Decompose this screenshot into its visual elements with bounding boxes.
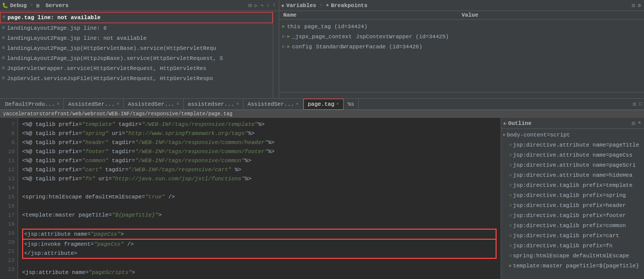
variables-panel: ◆ Variables × ● Breakpoints ⊡ ⚙ Name Val…: [279, 0, 644, 98]
var-arrow-0[interactable]: ▶: [282, 22, 285, 31]
debug-item-0[interactable]: ≡ page.tag line: not available: [0, 12, 273, 23]
var-arrow-2[interactable]: ▶: [287, 42, 290, 51]
outline-item-9[interactable]: ◇ jsp:directive.taglib prefix=common: [501, 221, 644, 231]
bullet-2: ≡: [2, 34, 5, 43]
outline-arrow-4: ◇: [509, 171, 512, 180]
bullet-3: ≡: [2, 44, 5, 53]
code-line-14: [22, 183, 497, 192]
editor-max-icon[interactable]: □: [638, 101, 643, 108]
var-settings-icon[interactable]: ⚙: [637, 2, 642, 9]
tab-5-active[interactable]: page.tag ×: [303, 99, 344, 110]
debug-scrollbar[interactable]: [273, 11, 279, 98]
step-over-icon[interactable]: ↷: [260, 2, 265, 9]
tab-1-label: AssistedSer...: [68, 101, 114, 107]
tab-1[interactable]: AssistedSer... ×: [64, 99, 124, 110]
outline-arrow-12: ◇: [509, 251, 512, 260]
expand-icon[interactable]: ▷: [254, 2, 259, 9]
var-row-1[interactable]: ▷ ▶ _jspx_page_context JspContextWrapper…: [281, 32, 642, 42]
var-indent-2: ▷: [282, 42, 285, 51]
line-num-13: 13: [0, 174, 15, 183]
outline-item-3[interactable]: ◇ jsp:directive.attribute name=pageScri: [501, 160, 644, 170]
debug-item-2[interactable]: ≡ landingLayout2Page.jsp line: not avail…: [0, 33, 273, 43]
variables-content: ▶ this page_tag (id=34424) ▷ ▶ _jspx_pag…: [279, 20, 644, 92]
debug-item-4[interactable]: ≡ landingLayout2Page_jsp(HttpJspBase).se…: [0, 53, 273, 63]
tab-6[interactable]: %s: [344, 99, 359, 110]
outline-item-12[interactable]: ◇ spring:htmlEscape defaultHtmlEscape: [501, 251, 644, 261]
outline-item-11[interactable]: ◇ jsp:directive.taglib prefix=fn: [501, 241, 644, 251]
minimize-icon[interactable]: ⊟: [248, 2, 253, 9]
code-line-10: <%@ taglib prefix="footer" tagdir="/WEB-…: [22, 147, 497, 156]
variables-panel-header: ◆ Variables × ● Breakpoints ⊡ ⚙: [279, 0, 644, 11]
outline-arrow-11: ◇: [509, 241, 512, 250]
var-row-2[interactable]: ▷ ▶ config StandardWrapperFacade (id=344…: [281, 42, 642, 52]
variables-header: Name Value: [279, 11, 644, 20]
debug-item-text-6: JspServlet.serviceJspFile(HttpServletReq…: [7, 74, 213, 83]
debug-panel: 🐛 Debug × ▦ Servers ⊟ ▷ ↷ ↓ ↑ ≡ pa: [0, 0, 279, 98]
var-restore-icon[interactable]: ⊡: [631, 2, 636, 9]
debug-item-text-5: JspServletWrapper.service(HttpServletReq…: [7, 64, 206, 73]
var-name-0: this: [287, 22, 300, 31]
outline-arrow-6: ◇: [509, 191, 512, 200]
tab-2[interactable]: AssistedSer... ×: [124, 99, 184, 110]
tab-4[interactable]: AssistedSer... ×: [244, 99, 303, 110]
debug-title: Debug: [10, 3, 27, 9]
outline-arrow-2: ◇: [509, 151, 512, 160]
tab-2-label: AssistedSer...: [128, 101, 174, 107]
debug-item-6[interactable]: ≡ JspServlet.serviceJspFile(HttpServletR…: [0, 74, 273, 84]
step-out-icon[interactable]: ↑: [272, 2, 277, 9]
tab-5-close[interactable]: ×: [337, 102, 339, 107]
debug-item-text-3: landingLayout2Page_jsp(HttpServletBase).…: [7, 44, 216, 53]
tab-0[interactable]: DefaultProdu... ×: [1, 99, 64, 110]
outline-item-13[interactable]: ▶ template:master pageTitle=${pageTitle}: [501, 261, 644, 271]
outline-item-7[interactable]: ◇ jsp:directive.taglib prefix=header: [501, 200, 644, 211]
outline-item-10[interactable]: ◇ jsp:directive.taglib prefix=cart: [501, 231, 644, 241]
outline-arrow-1: ◇: [509, 141, 512, 150]
outline-arrow-5: ◇: [509, 181, 512, 190]
outline-item-6[interactable]: ◇ jsp:directive.taglib prefix=spring: [501, 190, 644, 200]
outline-close-icon[interactable]: ×: [637, 120, 642, 127]
outline-arrow-3: ◇: [509, 161, 512, 170]
debug-item-3[interactable]: ≡ landingLayout2Page_jsp(HttpServletBase…: [0, 43, 273, 53]
outline-item-2[interactable]: ◇ jsp:directive.attribute name=pageCss: [501, 150, 644, 160]
outline-text-13: template:master pageTitle=${pageTitle}: [513, 261, 639, 270]
tab-1-close[interactable]: ×: [117, 102, 119, 107]
outline-item-5[interactable]: ◇ jsp:directive.taglib prefix=template: [501, 180, 644, 190]
var-arrow-1[interactable]: ▶: [287, 32, 290, 41]
debug-item-1[interactable]: ≡ landingLayout2Page.jsp line: 6: [0, 23, 273, 33]
tab-2-close[interactable]: ×: [177, 102, 179, 107]
tab-0-close[interactable]: ×: [57, 102, 59, 107]
variables-hscroll[interactable]: [279, 92, 644, 98]
outline-item-4[interactable]: ◇ jsp:directive.attribute name=hideHea: [501, 170, 644, 180]
outline-item-1[interactable]: ◇ jsp:directive.attribute name=pageTitle: [501, 140, 644, 150]
outline-item-8[interactable]: ◇ jsp:directive.taglib prefix=footer: [501, 211, 644, 221]
tab-3-label: assistedser...: [188, 101, 234, 107]
variables-icon: ◆: [281, 3, 284, 9]
outline-restore-icon[interactable]: ⊡: [631, 120, 636, 127]
var-value-0: page_tag (id=34424): [304, 22, 367, 31]
code-line-16: [22, 201, 497, 211]
outline-item-0[interactable]: ▶ body-content=script: [501, 130, 644, 140]
tab-3-close[interactable]: ×: [236, 102, 239, 107]
editor-restore-icon[interactable]: ⊡: [632, 101, 637, 108]
step-into-icon[interactable]: ↓: [266, 2, 271, 9]
outline-text-10: jsp:directive.taglib prefix=cart: [513, 231, 619, 240]
debug-item-text-1: landingLayout2Page.jsp line: 6: [7, 24, 107, 33]
code-editor[interactable]: <%@ taglib prefix="template" tagdir="/WE…: [18, 118, 501, 279]
code-line-7: <%@ taglib prefix="template" tagdir="/WE…: [22, 120, 497, 129]
outline-items: ▶ body-content=script ◇ jsp:directive.at…: [501, 129, 644, 279]
editor-area: 7 8 9 10 11 12 13 14 15 16 17 18 19 20 2…: [0, 118, 644, 279]
outline-arrow-13: ▶: [509, 261, 512, 270]
debug-list: ≡ page.tag line: not available ≡ landing…: [0, 11, 273, 98]
line-num-19: 19: [0, 229, 15, 238]
line-numbers: 7 8 9 10 11 12 13 14 15 16 17 18 19 20 2…: [0, 118, 18, 279]
var-header-value: Value: [462, 12, 640, 18]
outline-text-7: jsp:directive.taglib prefix=header: [513, 201, 625, 210]
debug-item-text-0: page.tag line: not available: [8, 13, 101, 22]
tab-3[interactable]: assistedser... ×: [184, 99, 244, 110]
code-line-21-box-end: </jsp:attribute>: [22, 249, 497, 259]
debug-item-5[interactable]: ≡ JspServletWrapper.service(HttpServletR…: [0, 63, 273, 74]
tab-4-close[interactable]: ×: [296, 102, 298, 107]
var-row-0[interactable]: ▶ this page_tag (id=34424): [281, 22, 642, 32]
line-num-15: 15: [0, 192, 15, 201]
breakpoints-title: Breakpoints: [331, 3, 368, 9]
